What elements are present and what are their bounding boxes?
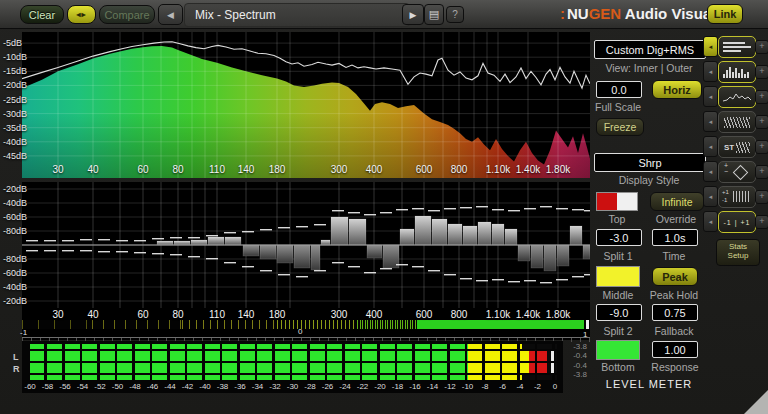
icon-bar [732, 72, 734, 78]
infinite-button[interactable]: Infinite [650, 192, 704, 211]
clear-button[interactable]: Clear [20, 5, 64, 24]
strip-add-button[interactable]: + [755, 165, 768, 179]
icon-line [723, 42, 745, 44]
correlation-tick [337, 320, 338, 329]
meter-row-rms [30, 344, 557, 349]
swap-arrows-icon[interactable]: ◂▸ [67, 5, 96, 24]
meter-peak-marker [551, 363, 554, 373]
spectrum-db-label: -5dB [3, 38, 22, 48]
strip-add-button[interactable]: + [755, 190, 768, 204]
channel-left-label: L [13, 352, 19, 362]
icon-hatch [736, 142, 750, 153]
meter-scale-label: -12 [442, 382, 458, 391]
correlation-tick [407, 320, 408, 329]
icon-bar [744, 74, 746, 78]
correlation-meter-icon[interactable]: -1 | +1 [718, 211, 756, 233]
freeze-button[interactable]: Freeze [596, 118, 644, 136]
correlation-tick [147, 320, 148, 329]
top-color-swatch-left[interactable] [596, 192, 618, 211]
spectrum-line-icon[interactable] [718, 86, 756, 108]
view-mode-label[interactable]: View: Inner | Outer [592, 62, 706, 74]
next-preset-button[interactable]: ▶ [402, 4, 424, 25]
band-split-chart [22, 182, 590, 308]
split-db-label: -20dB [3, 296, 27, 306]
meter-mode-box[interactable]: Custom Dig+RMS [594, 40, 706, 59]
strip-add-button[interactable]: + [755, 215, 768, 229]
strip-add-button[interactable]: + [755, 140, 768, 154]
correlation-tick [412, 320, 413, 329]
link-button[interactable]: Link [707, 4, 743, 24]
meter-row-R [30, 363, 557, 373]
response-value-box[interactable]: 1.00 [652, 341, 698, 358]
resize-handle-icon[interactable] [744, 390, 768, 414]
stereo-spectrogram-icon[interactable]: ST [718, 136, 756, 158]
correlation-tick [317, 320, 318, 329]
strip-collapse-arrow-icon[interactable]: ◂ [703, 86, 718, 107]
correlation-tick [293, 320, 294, 329]
strip-collapse-arrow-icon[interactable]: ◂ [703, 161, 718, 182]
icon-ticks [733, 191, 749, 202]
stats-setup-button[interactable]: Stats Setup [716, 239, 760, 266]
compare-button[interactable]: Compare [99, 5, 155, 24]
correlation-zero-label: 0 [298, 327, 302, 336]
meter-scale-label: -54 [75, 382, 91, 391]
logo-dots-icon: : [560, 5, 565, 22]
strip-collapse-arrow-icon[interactable]: ◂ [703, 136, 718, 157]
meter-scale-label: -40 [197, 382, 213, 391]
correlation-tick [182, 320, 183, 329]
spectrogram-icon[interactable] [718, 111, 756, 133]
scale-value-box[interactable]: 0.0 [596, 81, 642, 98]
spectrum-display[interactable] [22, 32, 590, 178]
meter-value: -3.8 [565, 370, 587, 379]
horiz-button[interactable]: Horiz [652, 80, 702, 99]
correlation-tick [329, 320, 330, 329]
correlation-tick [224, 320, 225, 329]
icon-bar [726, 70, 728, 78]
strip-add-button[interactable]: + [755, 115, 768, 129]
strip-add-button[interactable]: + [755, 90, 768, 104]
spectrum-db-label: -35dB [3, 123, 27, 133]
strip-add-button[interactable]: + [755, 65, 768, 79]
correlation-tick [103, 320, 104, 329]
meter-segment-grid [30, 375, 557, 380]
preset-selector[interactable]: Mix - Spectrum [184, 3, 410, 27]
correlation-tick [114, 320, 115, 329]
strip-collapse-arrow-icon[interactable]: ◂ [703, 36, 718, 57]
meter-scale-label: 0 [547, 382, 563, 391]
time-value-box[interactable]: 1.0s [652, 229, 698, 246]
previous-preset-button[interactable]: ◀ [158, 4, 183, 25]
spectrum-freq-label: 40 [73, 164, 113, 175]
peak-button[interactable]: Peak [652, 267, 698, 286]
fallback-value-box[interactable]: 0.75 [652, 304, 698, 321]
split1-value-box[interactable]: -3.0 [596, 229, 642, 246]
strip-collapse-arrow-icon[interactable]: ◂ [703, 186, 718, 207]
spectrum-histogram-icon[interactable] [718, 61, 756, 83]
display-style-label: Display Style [592, 174, 706, 186]
strip-collapse-arrow-icon[interactable]: ◂ [703, 61, 718, 82]
correlation-history-icon[interactable]: +1 -1 [718, 186, 756, 208]
strip-collapse-arrow-icon[interactable]: ◂ [703, 211, 718, 232]
top-label: Top [596, 213, 638, 225]
meter-bars-icon[interactable] [718, 36, 756, 58]
override-label: Override [648, 213, 704, 225]
display-style-box[interactable]: Shrp [594, 153, 706, 172]
strip-add-button[interactable]: + [755, 40, 768, 54]
level-meter[interactable]: -60-58-56-54-52-50-48-46-44-42-40-38-36-… [22, 341, 563, 393]
top-color-swatch-right[interactable] [617, 192, 638, 211]
meter-scale-label: -46 [145, 382, 161, 391]
correlation-tick [238, 320, 239, 329]
split-db-label: -60dB [3, 212, 27, 222]
strip-collapse-arrow-icon[interactable]: ◂ [703, 111, 718, 132]
correlation-tick [289, 320, 290, 329]
meter-scale-label: -32 [267, 382, 283, 391]
split-db-label: -80dB [3, 254, 27, 264]
correlation-tick [196, 320, 197, 329]
meter-scale-label: -56 [57, 382, 73, 391]
middle-color-swatch[interactable] [596, 266, 640, 287]
spectrum-db-label: -15dB [3, 66, 27, 76]
vectorscope-icon[interactable]: + − [718, 161, 756, 183]
preset-list-icon[interactable]: ▤ [424, 4, 444, 25]
help-button[interactable]: ? [446, 6, 464, 23]
split2-value-box[interactable]: -9.0 [596, 304, 642, 321]
bottom-color-swatch[interactable] [596, 340, 640, 360]
